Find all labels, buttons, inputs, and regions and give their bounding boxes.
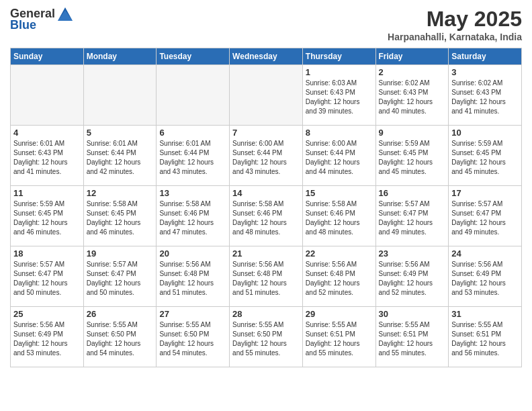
logo-blue-text: Blue — [10, 18, 36, 32]
day-info: Sunrise: 6:03 AM Sunset: 6:43 PM Dayligh… — [306, 79, 373, 116]
calendar-day-cell: 10Sunrise: 5:59 AM Sunset: 6:45 PM Dayli… — [449, 126, 522, 186]
calendar-week-row: 4Sunrise: 6:01 AM Sunset: 6:43 PM Daylig… — [11, 126, 522, 186]
calendar-day-cell: 6Sunrise: 6:01 AM Sunset: 6:44 PM Daylig… — [157, 126, 230, 186]
day-number: 6 — [159, 128, 226, 138]
day-info: Sunrise: 6:02 AM Sunset: 6:43 PM Dayligh… — [451, 79, 519, 116]
calendar-day-cell: 14Sunrise: 5:58 AM Sunset: 6:46 PM Dayli… — [230, 186, 303, 246]
day-info: Sunrise: 5:57 AM Sunset: 6:47 PM Dayligh… — [451, 199, 519, 237]
calendar-day-cell: 19Sunrise: 5:57 AM Sunset: 6:47 PM Dayli… — [83, 246, 157, 307]
day-number: 1 — [306, 67, 373, 77]
day-number: 15 — [306, 188, 373, 198]
day-number: 28 — [232, 309, 300, 319]
calendar-table: SundayMondayTuesdayWednesdayThursdayFrid… — [10, 48, 522, 367]
day-info: Sunrise: 5:56 AM Sunset: 6:48 PM Dayligh… — [232, 260, 300, 298]
day-info: Sunrise: 5:56 AM Sunset: 6:49 PM Dayligh… — [13, 320, 81, 358]
calendar-day-cell: 24Sunrise: 5:56 AM Sunset: 6:49 PM Dayli… — [449, 246, 522, 307]
day-number: 19 — [87, 248, 154, 259]
calendar-day-cell: 31Sunrise: 5:55 AM Sunset: 6:51 PM Dayli… — [449, 307, 522, 367]
logo-icon — [58, 7, 73, 21]
day-info: Sunrise: 6:02 AM Sunset: 6:43 PM Dayligh… — [379, 79, 446, 116]
day-info: Sunrise: 6:01 AM Sunset: 6:43 PM Dayligh… — [13, 139, 81, 177]
calendar-day-cell: 8Sunrise: 6:00 AM Sunset: 6:44 PM Daylig… — [302, 126, 375, 186]
day-info: Sunrise: 5:55 AM Sunset: 6:50 PM Dayligh… — [232, 320, 300, 358]
calendar-day-cell — [11, 65, 84, 126]
day-number: 26 — [87, 309, 154, 319]
day-info: Sunrise: 5:58 AM Sunset: 6:46 PM Dayligh… — [232, 199, 300, 237]
day-of-week-header: Friday — [375, 48, 449, 65]
calendar-day-cell: 29Sunrise: 5:55 AM Sunset: 6:51 PM Dayli… — [302, 307, 375, 367]
calendar-day-cell: 20Sunrise: 5:56 AM Sunset: 6:48 PM Dayli… — [157, 246, 230, 307]
calendar-header-row: SundayMondayTuesdayWednesdayThursdayFrid… — [11, 48, 522, 65]
day-info: Sunrise: 5:58 AM Sunset: 6:46 PM Dayligh… — [306, 199, 373, 237]
day-info: Sunrise: 5:56 AM Sunset: 6:49 PM Dayligh… — [451, 260, 519, 298]
day-info: Sunrise: 5:55 AM Sunset: 6:51 PM Dayligh… — [379, 320, 446, 358]
title-block: May 2025 Harpanahalli, Karnataka, India — [388, 7, 522, 42]
day-number: 29 — [306, 309, 373, 319]
day-number: 30 — [379, 309, 446, 319]
day-number: 17 — [451, 188, 519, 198]
day-info: Sunrise: 5:56 AM Sunset: 6:49 PM Dayligh… — [379, 260, 446, 298]
calendar-day-cell — [83, 65, 157, 126]
calendar-day-cell: 23Sunrise: 5:56 AM Sunset: 6:49 PM Dayli… — [375, 246, 449, 307]
day-number: 5 — [87, 128, 154, 138]
calendar-day-cell: 12Sunrise: 5:58 AM Sunset: 6:45 PM Dayli… — [83, 186, 157, 246]
day-number: 4 — [13, 128, 81, 138]
day-info: Sunrise: 5:56 AM Sunset: 6:48 PM Dayligh… — [306, 260, 373, 298]
day-of-week-header: Saturday — [449, 48, 522, 65]
calendar-day-cell: 17Sunrise: 5:57 AM Sunset: 6:47 PM Dayli… — [449, 186, 522, 246]
day-number: 7 — [232, 128, 300, 138]
day-number: 14 — [232, 188, 300, 198]
day-number: 21 — [232, 248, 300, 259]
day-number: 3 — [451, 67, 519, 77]
day-number: 25 — [13, 309, 81, 319]
day-info: Sunrise: 5:58 AM Sunset: 6:46 PM Dayligh… — [159, 199, 226, 237]
calendar-day-cell: 15Sunrise: 5:58 AM Sunset: 6:46 PM Dayli… — [302, 186, 375, 246]
calendar-day-cell: 13Sunrise: 5:58 AM Sunset: 6:46 PM Dayli… — [157, 186, 230, 246]
calendar-day-cell: 1Sunrise: 6:03 AM Sunset: 6:43 PM Daylig… — [302, 65, 375, 126]
day-number: 9 — [379, 128, 446, 138]
calendar-week-row: 18Sunrise: 5:57 AM Sunset: 6:47 PM Dayli… — [11, 246, 522, 307]
calendar-day-cell: 3Sunrise: 6:02 AM Sunset: 6:43 PM Daylig… — [449, 65, 522, 126]
calendar-day-cell: 22Sunrise: 5:56 AM Sunset: 6:48 PM Dayli… — [302, 246, 375, 307]
calendar-location: Harpanahalli, Karnataka, India — [388, 32, 522, 42]
calendar-day-cell: 18Sunrise: 5:57 AM Sunset: 6:47 PM Dayli… — [11, 246, 84, 307]
day-info: Sunrise: 5:57 AM Sunset: 6:47 PM Dayligh… — [87, 260, 154, 298]
day-number: 22 — [306, 248, 373, 259]
day-number: 13 — [159, 188, 226, 198]
day-info: Sunrise: 5:55 AM Sunset: 6:51 PM Dayligh… — [451, 320, 519, 358]
day-info: Sunrise: 6:01 AM Sunset: 6:44 PM Dayligh… — [87, 139, 154, 177]
day-of-week-header: Sunday — [11, 48, 84, 65]
day-info: Sunrise: 5:55 AM Sunset: 6:50 PM Dayligh… — [87, 320, 154, 358]
page-header: General Blue May 2025 Harpanahalli, Karn… — [10, 7, 522, 42]
day-of-week-header: Wednesday — [230, 48, 303, 65]
day-info: Sunrise: 6:00 AM Sunset: 6:44 PM Dayligh… — [232, 139, 300, 177]
calendar-day-cell — [157, 65, 230, 126]
day-of-week-header: Monday — [83, 48, 157, 65]
calendar-day-cell: 4Sunrise: 6:01 AM Sunset: 6:43 PM Daylig… — [11, 126, 84, 186]
day-number: 23 — [379, 248, 446, 259]
calendar-day-cell: 21Sunrise: 5:56 AM Sunset: 6:48 PM Dayli… — [230, 246, 303, 307]
calendar-day-cell: 28Sunrise: 5:55 AM Sunset: 6:50 PM Dayli… — [230, 307, 303, 367]
calendar-day-cell: 9Sunrise: 5:59 AM Sunset: 6:45 PM Daylig… — [375, 126, 449, 186]
day-number: 24 — [451, 248, 519, 259]
day-info: Sunrise: 5:59 AM Sunset: 6:45 PM Dayligh… — [13, 199, 81, 237]
day-number: 11 — [13, 188, 81, 198]
calendar-title: May 2025 — [388, 7, 522, 32]
logo: General Blue — [10, 7, 73, 32]
day-info: Sunrise: 5:58 AM Sunset: 6:45 PM Dayligh… — [87, 199, 154, 237]
day-of-week-header: Thursday — [302, 48, 375, 65]
day-info: Sunrise: 5:59 AM Sunset: 6:45 PM Dayligh… — [451, 139, 519, 177]
day-info: Sunrise: 5:57 AM Sunset: 6:47 PM Dayligh… — [13, 260, 81, 298]
day-info: Sunrise: 6:00 AM Sunset: 6:44 PM Dayligh… — [306, 139, 373, 177]
day-number: 8 — [306, 128, 373, 138]
day-number: 2 — [379, 67, 446, 77]
day-number: 16 — [379, 188, 446, 198]
day-number: 20 — [159, 248, 226, 259]
day-number: 27 — [159, 309, 226, 319]
day-info: Sunrise: 5:55 AM Sunset: 6:51 PM Dayligh… — [306, 320, 373, 358]
calendar-week-row: 25Sunrise: 5:56 AM Sunset: 6:49 PM Dayli… — [11, 307, 522, 367]
day-info: Sunrise: 6:01 AM Sunset: 6:44 PM Dayligh… — [159, 139, 226, 177]
calendar-week-row: 1Sunrise: 6:03 AM Sunset: 6:43 PM Daylig… — [11, 65, 522, 126]
calendar-day-cell: 30Sunrise: 5:55 AM Sunset: 6:51 PM Dayli… — [375, 307, 449, 367]
calendar-day-cell: 11Sunrise: 5:59 AM Sunset: 6:45 PM Dayli… — [11, 186, 84, 246]
